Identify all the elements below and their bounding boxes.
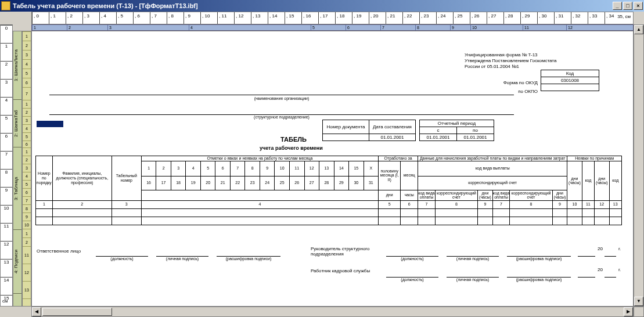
row-cell[interactable]: 1 <box>23 229 31 237</box>
row-cell[interactable]: 7 <box>23 87 31 100</box>
col-cell[interactable]: 4 <box>189 25 311 30</box>
yy-line-1 <box>605 251 616 257</box>
form-note-3: России от 05.01.2004 №1 <box>465 64 575 69</box>
col-cell[interactable]: 5 <box>311 25 346 30</box>
head-dol-cap: (должность) <box>386 257 438 261</box>
close-button[interactable]: × <box>634 2 643 10</box>
selection-cursor[interactable] <box>37 121 63 127</box>
head-ras-line <box>507 251 571 257</box>
row-cell[interactable]: 3 <box>23 50 31 59</box>
col-cell[interactable]: 1 <box>32 25 67 30</box>
cell: 9 <box>478 200 493 208</box>
yy-2: 20 <box>598 267 603 272</box>
row-cell[interactable]: 13 <box>23 281 31 298</box>
col-cell[interactable]: 8 <box>415 25 450 30</box>
col-cell[interactable]: 10 <box>470 25 523 30</box>
resp-dol-line <box>96 251 148 257</box>
col-cell[interactable]: 6 <box>346 25 380 30</box>
row-cell[interactable]: 8 <box>23 204 31 212</box>
scroll-left-icon[interactable]: ◀ <box>32 307 41 316</box>
v-tick: 13 <box>1 259 12 265</box>
hr-dol-cap: (должность) <box>386 278 438 282</box>
app-icon <box>1 1 10 10</box>
col-cell[interactable]: 3 <box>107 25 189 30</box>
head-sig-line <box>447 251 499 257</box>
row-cell[interactable]: 3 <box>23 164 31 172</box>
col-cell[interactable]: 2 <box>67 25 107 30</box>
row-cell[interactable]: 14 <box>23 298 31 307</box>
cell: 24 <box>260 176 275 190</box>
scroll-thumb[interactable] <box>42 308 112 316</box>
cell <box>141 208 378 217</box>
row-cell[interactable]: 6 <box>23 141 31 147</box>
section-label[interactable]: 1: ШапкаЛиста <box>13 31 21 100</box>
row-cell[interactable]: 6 <box>23 188 31 196</box>
row-cell[interactable]: 4 <box>23 59 31 69</box>
horizontal-ruler[interactable]: , 0, 1, 2, 3, 4, 5, 6, 7, 8, 9, 10, 11, … <box>31 12 634 24</box>
section-bar[interactable]: 1: ШапкаЛиста2: ШапкаТаб3: Таблица4: Под… <box>13 31 22 307</box>
h-tick: , 17 <box>318 12 328 24</box>
vertical-scrollbar[interactable]: ▲ ▼ <box>634 24 644 307</box>
row-cell[interactable]: 2 <box>23 108 31 116</box>
h-tick: , 0 <box>32 12 39 24</box>
h-tick: , 23 <box>419 12 429 24</box>
cell <box>609 217 621 225</box>
cell: 9 <box>260 161 275 176</box>
section-label[interactable]: 3: Таблица <box>13 147 21 230</box>
section-label[interactable]: 2: ШапкаТаб <box>13 100 21 147</box>
cell: 7 <box>418 200 436 208</box>
minimize-button[interactable]: _ <box>613 2 622 10</box>
maximize-button[interactable]: □ <box>623 2 632 10</box>
row-cell[interactable]: 4 <box>23 172 31 180</box>
col-cell[interactable]: 9 <box>450 25 470 30</box>
okud-label: Форма по ОКУД <box>503 80 538 85</box>
row-cell[interactable]: 5 <box>23 69 31 78</box>
section-label[interactable]: 4: Подписи <box>13 230 21 294</box>
cell <box>567 208 582 217</box>
row-cell[interactable]: 2 <box>23 237 31 246</box>
row-cell[interactable]: 9 <box>23 212 31 221</box>
cell: 4 <box>186 161 201 176</box>
row-cell[interactable]: 5 <box>23 180 31 188</box>
workarea: , 0, 1, 2, 3, 4, 5, 6, 7, 8, 9, 10, 11, … <box>0 12 644 317</box>
vertical-ruler[interactable]: см 0123456789101112131415 <box>0 24 13 307</box>
col-cell[interactable]: 12 <box>566 25 578 30</box>
row-cell[interactable]: 7 <box>23 196 31 204</box>
scroll-right-icon[interactable]: ▶ <box>624 307 633 316</box>
row-cell[interactable]: 1 <box>23 100 31 108</box>
cell: 7 <box>230 161 245 176</box>
window-buttons: _ □ × <box>613 2 643 10</box>
row-cell[interactable]: 2 <box>23 156 31 164</box>
h-tick: , 11 <box>217 12 226 24</box>
row-cell[interactable]: 1 <box>23 31 31 41</box>
col-cell[interactable]: 11 <box>523 25 566 30</box>
design-canvas[interactable]: Унифицированная форма № T-13 Утверждена … <box>31 31 634 307</box>
column-header-bar[interactable]: 123456789101112 <box>31 24 634 31</box>
row-cell[interactable]: 6 <box>23 78 31 87</box>
col-cell[interactable]: 7 <box>380 25 415 30</box>
row-cell[interactable]: 5 <box>23 132 31 141</box>
scroll-up-icon[interactable]: ▲ <box>634 25 643 34</box>
row-cell[interactable]: 12 <box>23 264 31 281</box>
dept-caption: (структурное подразделение) <box>241 115 322 119</box>
row-cell[interactable]: 3 <box>23 116 31 124</box>
cell <box>401 217 418 225</box>
hr-ras-line <box>507 272 571 278</box>
row-number-bar[interactable]: 123456712345612345678910121112131415 <box>22 31 31 307</box>
row-cell[interactable]: 2 <box>23 41 31 50</box>
doc-date-label: Дата составления <box>369 120 416 134</box>
h-tick: , 1 <box>49 12 56 24</box>
row-cell[interactable]: 4 <box>23 124 31 132</box>
horizontal-scrollbar[interactable]: ◀ ▶ <box>31 307 634 317</box>
scroll-down-icon[interactable]: ▼ <box>634 297 643 306</box>
cell: 7 <box>492 200 510 208</box>
period-to-label: по <box>457 127 494 134</box>
hr-sig-cap: (личная подпись) <box>447 278 499 282</box>
cell: 4 <box>141 200 378 208</box>
cell: дни (часы) <box>552 190 567 200</box>
row-cell[interactable]: 11 <box>23 246 31 264</box>
row-cell[interactable]: 1 <box>23 147 31 156</box>
cell: 30 <box>349 176 364 190</box>
cell: 1 <box>36 200 53 208</box>
row-cell[interactable]: 10 <box>23 221 31 229</box>
